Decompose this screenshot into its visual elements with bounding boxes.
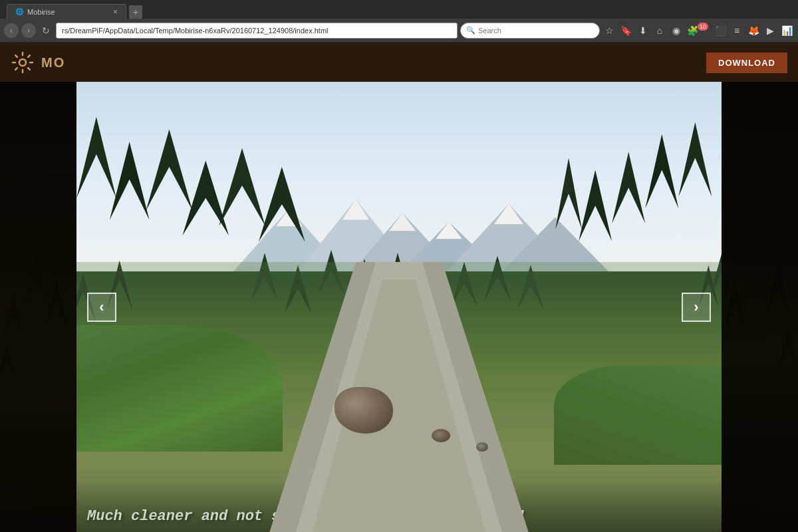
- side-panel-left: [0, 82, 76, 532]
- addon2-button[interactable]: ▶: [763, 23, 777, 38]
- gear-icon: [11, 51, 35, 74]
- svg-rect-4: [0, 172, 76, 532]
- addon1-button[interactable]: 🦊: [746, 23, 761, 38]
- tab-title: Mobirise: [27, 8, 55, 16]
- app-title: MO: [41, 55, 65, 70]
- side-tree-svg-left: [0, 172, 76, 532]
- svg-marker-12: [342, 199, 369, 219]
- reload-button[interactable]: ↻: [39, 23, 53, 38]
- address-text: rs/DreamPiF/AppData/Local/Temp/Mobirise-…: [62, 27, 329, 35]
- svg-rect-50: [722, 172, 798, 532]
- new-tab-button[interactable]: +: [129, 5, 142, 19]
- toolbar-icons: ☆ 🔖 ⬇ ⌂ ◉ 🧩 10 ⬛ ≡ 🦊 ▶ 📊: [602, 23, 794, 38]
- side-tree-svg-right: [722, 172, 798, 532]
- address-bar[interactable]: rs/DreamPiF/AppData/Local/Temp/Mobirise-…: [56, 23, 458, 39]
- home-button[interactable]: ⌂: [652, 23, 667, 38]
- notification-badge: 10: [698, 23, 708, 31]
- content-area: ‹ › Much cleaner and not standing in the…: [0, 82, 798, 532]
- vpn-button[interactable]: ◉: [669, 23, 684, 38]
- search-icon: 🔍: [466, 26, 475, 35]
- addon3-button[interactable]: 📊: [779, 23, 794, 38]
- prev-slide-button[interactable]: ‹: [87, 293, 116, 322]
- download-button[interactable]: DOWNLOAD: [706, 53, 787, 73]
- boulder: [334, 387, 393, 434]
- app-logo: MO: [11, 51, 65, 74]
- app-container: MO DOWNLOAD: [0, 43, 798, 532]
- browser-chrome: 🌐 Mobirise × + ‹ › ↻ rs/DreamPiF/AppData…: [0, 0, 798, 43]
- tab-close-icon[interactable]: ×: [108, 7, 118, 17]
- browser-tabs: 🌐 Mobirise × +: [0, 0, 798, 19]
- next-slide-button[interactable]: ›: [682, 293, 711, 322]
- browser-tab[interactable]: 🌐 Mobirise ×: [7, 4, 126, 19]
- download-icon-button[interactable]: ⬇: [636, 23, 650, 38]
- browser-toolbar: ‹ › ↻ rs/DreamPiF/AppData/Local/Temp/Mob…: [0, 19, 798, 43]
- side-panel-right: [722, 82, 798, 532]
- search-input[interactable]: [478, 27, 594, 35]
- main-slider: ‹ › Much cleaner and not standing in the…: [76, 82, 722, 532]
- rock-small-1: [432, 429, 450, 442]
- bookmark-button[interactable]: 🔖: [619, 23, 634, 38]
- slide-image: [76, 82, 722, 532]
- back-button[interactable]: ‹: [4, 23, 19, 38]
- extensions-area: 🧩 10: [686, 23, 711, 38]
- app-topbar: MO DOWNLOAD: [0, 43, 798, 82]
- search-bar-container[interactable]: 🔍: [460, 23, 600, 39]
- downloads-panel-button[interactable]: ⬛: [713, 23, 728, 38]
- forward-button[interactable]: ›: [21, 23, 36, 38]
- menu-button[interactable]: ≡: [730, 23, 744, 38]
- path-svg: [76, 262, 722, 532]
- star-button[interactable]: ☆: [602, 23, 617, 38]
